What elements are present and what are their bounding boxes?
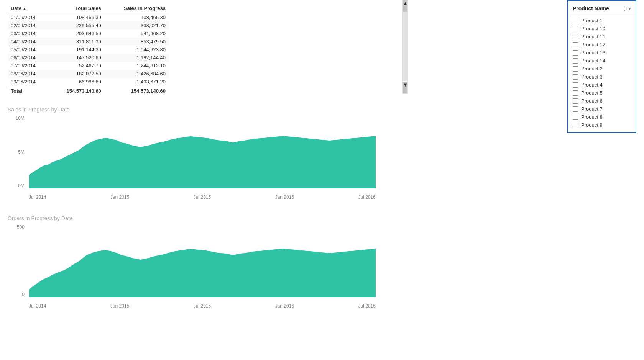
data-table: Date Total Sales Sales in Progress 01/06…: [8, 4, 169, 95]
filter-label-10: Product 6: [581, 98, 603, 104]
filter-item[interactable]: Product 8: [568, 113, 636, 121]
filter-item[interactable]: Product 3: [568, 73, 636, 81]
ox-jul2014: Jul 2014: [29, 303, 46, 309]
cell-total-sales: 147,520.60: [49, 54, 104, 62]
filter-label-9: Product 5: [581, 90, 603, 96]
cell-sales-in-progress: 1,244,612.10: [104, 62, 169, 70]
filter-item[interactable]: Product 14: [568, 57, 636, 65]
cell-sales-in-progress: 541,668.20: [104, 29, 169, 38]
total-sales: 154,573,140.60: [49, 86, 104, 95]
filter-item[interactable]: Product 6: [568, 97, 636, 105]
cell-date: 08/06/2014: [8, 70, 49, 78]
sales-chart-y-labels: 10M 5M 0M: [8, 116, 27, 188]
cell-date: 01/06/2014: [8, 13, 49, 21]
table-row: 04/06/2014 311,811.30 853,479.50: [8, 38, 169, 46]
filter-chevron-icon[interactable]: ▾: [628, 5, 631, 11]
col-sales-in-progress[interactable]: Sales in Progress: [104, 4, 169, 13]
x-jul2015: Jul 2015: [194, 195, 211, 200]
filter-checkbox-9[interactable]: [573, 90, 578, 96]
cell-date: 07/06/2014: [8, 62, 49, 70]
filter-checkbox-1[interactable]: [573, 26, 578, 31]
filter-label-12: Product 8: [581, 114, 603, 120]
sales-chart-x-labels: Jul 2014 Jan 2015 Jul 2015 Jan 2016 Jul …: [29, 190, 376, 200]
table-row: 02/06/2014 229,555.40 338,021.70: [8, 21, 169, 29]
filter-title: Product Name: [573, 5, 609, 11]
filter-item[interactable]: Product 9: [568, 121, 636, 129]
filter-header: Product Name ⬡ ▾: [568, 4, 636, 15]
col-total-sales[interactable]: Total Sales: [49, 4, 104, 13]
total-in-progress: 154,573,140.60: [104, 86, 169, 95]
filter-item[interactable]: Product 7: [568, 105, 636, 113]
y-label-0m: 0M: [18, 183, 25, 188]
scrollbar-down-arrow[interactable]: ▼: [403, 82, 407, 93]
table-row: 03/06/2014 203,646.50 541,668.20: [8, 29, 169, 38]
filter-item[interactable]: Product 10: [568, 25, 636, 33]
filter-checkbox-7[interactable]: [573, 74, 578, 80]
filter-panel: Product Name ⬡ ▾ Product 1 Product 10 Pr…: [567, 0, 636, 133]
filter-checkbox-4[interactable]: [573, 50, 578, 56]
cell-date: 09/06/2014: [8, 78, 49, 86]
filter-label-1: Product 10: [581, 26, 605, 31]
filter-label-0: Product 1: [581, 18, 603, 23]
filter-checkbox-0[interactable]: [573, 18, 578, 23]
cell-sales-in-progress: 853,479.50: [104, 38, 169, 46]
filter-icons: ⬡ ▾: [622, 5, 631, 11]
col-date[interactable]: Date: [8, 4, 49, 13]
cell-total-sales: 311,811.30: [49, 38, 104, 46]
filter-checkbox-12[interactable]: [573, 115, 578, 120]
filter-label-5: Product 14: [581, 58, 605, 64]
table-row: 01/06/2014 108,466.30 108,466.30: [8, 13, 169, 21]
filter-label-2: Product 11: [581, 34, 605, 39]
filter-checkbox-5[interactable]: [573, 58, 578, 64]
filter-label-3: Product 12: [581, 42, 605, 47]
cell-date: 04/06/2014: [8, 38, 49, 46]
table-total-row: Total 154,573,140.60 154,573,140.60: [8, 86, 169, 95]
filter-item[interactable]: Product 2: [568, 65, 636, 73]
filter-item[interactable]: Product 13: [568, 49, 636, 57]
filter-checkbox-3[interactable]: [573, 42, 578, 47]
cell-sales-in-progress: 1,426,684.60: [104, 70, 169, 78]
filter-item[interactable]: Product 11: [568, 33, 636, 41]
filter-item[interactable]: Product 4: [568, 81, 636, 89]
table-row: 08/06/2014 182,072.50 1,426,684.60: [8, 70, 169, 78]
table-row: 07/06/2014 52,467.70 1,244,612.10: [8, 62, 169, 70]
filter-checkbox-10[interactable]: [573, 98, 578, 104]
cell-date: 05/06/2014: [8, 46, 49, 54]
filter-item[interactable]: Product 5: [568, 89, 636, 97]
filter-checkbox-8[interactable]: [573, 82, 578, 88]
scrollbar-track: [403, 12, 407, 81]
cell-date: 06/06/2014: [8, 54, 49, 62]
filter-checkbox-11[interactable]: [573, 106, 578, 112]
sales-chart-svg: [29, 116, 376, 188]
cell-total-sales: 191,144.30: [49, 46, 104, 54]
orders-chart-container: 500 0 Jul 2014 Jan 2015 Jul 2015 Jan 201…: [8, 224, 376, 309]
filter-label-8: Product 4: [581, 82, 603, 88]
filter-checkbox-6[interactable]: [573, 66, 578, 72]
cell-date: 02/06/2014: [8, 21, 49, 29]
sales-chart-section: Sales in Progress by Date 10M 5M 0M: [8, 106, 399, 200]
table-scrollbar[interactable]: ▲ ▼: [402, 0, 408, 94]
cell-total-sales: 66,986.60: [49, 78, 104, 86]
cell-sales-in-progress: 1,044,623.80: [104, 46, 169, 54]
cell-total-sales: 52,467.70: [49, 62, 104, 70]
x-jul2014: Jul 2014: [29, 195, 46, 200]
y-label-10m: 10M: [16, 116, 25, 121]
filter-checkbox-2[interactable]: [573, 34, 578, 39]
scrollbar-up-arrow[interactable]: ▲: [403, 0, 407, 12]
filter-label-13: Product 9: [581, 122, 603, 128]
ox-jul2016: Jul 2016: [358, 303, 376, 309]
x-jan2015: Jan 2015: [110, 195, 129, 200]
y-label-500: 500: [17, 224, 25, 230]
filter-label-11: Product 7: [581, 106, 603, 112]
filter-item[interactable]: Product 12: [568, 41, 636, 49]
filter-label-4: Product 13: [581, 50, 605, 56]
orders-chart-svg: [29, 224, 376, 297]
orders-chart-title: Orders in Progress by Date: [8, 215, 399, 221]
filter-checkbox-13[interactable]: [573, 123, 578, 128]
total-label: Total: [8, 86, 49, 95]
filter-label-6: Product 2: [581, 66, 603, 72]
filter-clear-icon[interactable]: ⬡: [622, 5, 627, 11]
ox-jan2015: Jan 2015: [110, 303, 129, 309]
filter-item[interactable]: Product 1: [568, 16, 636, 25]
cell-total-sales: 182,072.50: [49, 70, 104, 78]
